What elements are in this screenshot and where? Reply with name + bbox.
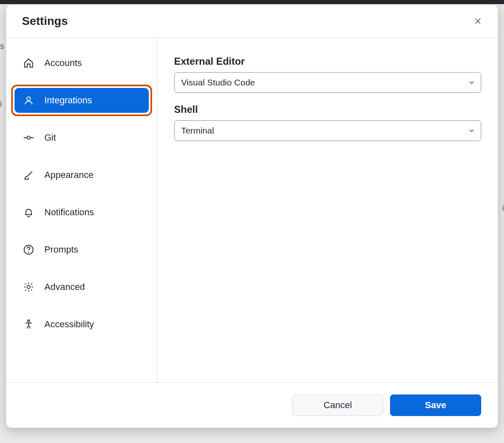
settings-content: External Editor Visual Studio Code Shell… [158,38,498,382]
sidebar-item-highlight: Integrations [11,85,152,116]
paintbrush-icon [23,169,34,181]
shell-label: Shell [174,104,481,115]
close-icon [473,17,482,26]
sidebar-item-accounts[interactable]: Accounts [15,51,149,75]
svg-point-0 [27,97,31,100]
sidebar-item-label: Git [44,132,56,143]
svg-point-7 [28,320,29,321]
settings-modal: Settings Accounts Integra [6,4,498,428]
sidebar-item-label: Advanced [44,282,85,292]
external-editor-value: Visual Studio Code [181,78,255,87]
shell-group: Shell Terminal [174,104,481,141]
sidebar-item-advanced[interactable]: Advanced [15,275,149,299]
cancel-button[interactable]: Cancel [292,394,383,416]
sidebar-item-accessibility[interactable]: Accessibility [15,312,149,337]
sidebar-item-notifications[interactable]: Notifications [15,200,149,225]
modal-header: Settings [6,5,498,38]
sidebar-item-label: Appearance [44,170,94,180]
modal-title: Settings [22,15,68,28]
home-icon [23,57,34,69]
modal-footer: Cancel Save [6,382,498,428]
accessibility-icon [23,319,34,330]
sidebar-item-label: Accounts [44,58,82,68]
question-icon [23,244,34,256]
svg-point-6 [27,285,30,289]
sidebar-item-label: Integrations [44,95,92,106]
sidebar-item-integrations[interactable]: Integrations [15,88,149,113]
shell-select[interactable]: Terminal [174,120,481,141]
bell-icon [23,207,34,218]
svg-point-1 [27,136,30,139]
sidebar-item-appearance[interactable]: Appearance [15,163,149,187]
person-icon [23,95,34,106]
sidebar-item-label: Notifications [44,207,94,218]
external-editor-group: External Editor Visual Studio Code [174,56,481,93]
settings-sidebar: Accounts Integrations Git [6,38,158,382]
sidebar-item-git[interactable]: Git [15,125,149,150]
sidebar-item-prompts[interactable]: Prompts [15,237,149,262]
git-commit-icon [23,132,34,144]
svg-point-5 [28,252,29,252]
sidebar-item-label: Prompts [44,244,78,255]
save-button[interactable]: Save [390,394,481,416]
close-button[interactable] [470,14,485,29]
external-editor-label: External Editor [174,56,481,67]
external-editor-select[interactable]: Visual Studio Code [174,72,481,93]
modal-body: Accounts Integrations Git [6,38,498,382]
shell-value: Terminal [181,126,214,135]
gear-icon [23,281,34,293]
sidebar-item-label: Accessibility [44,319,94,330]
